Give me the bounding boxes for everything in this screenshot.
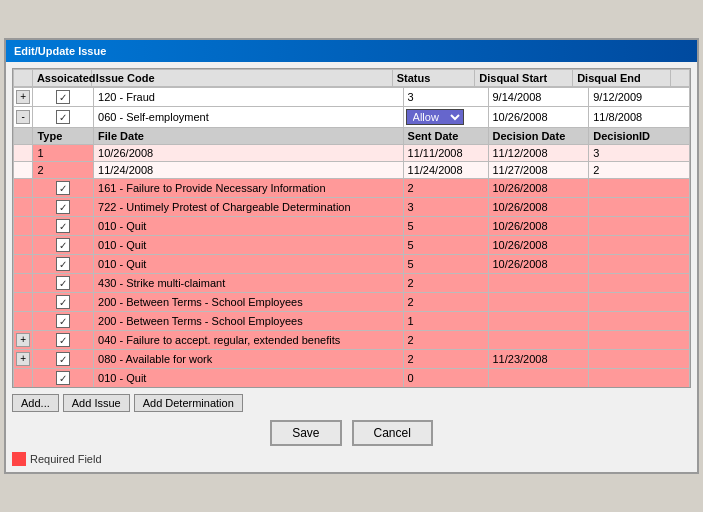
disqual-start-cell [488, 293, 589, 312]
required-field-label: Required Field [30, 453, 102, 465]
cancel-button[interactable]: Cancel [352, 420, 433, 446]
disqual-start-cell: 10/26/2008 [488, 198, 589, 217]
issue-code-cell: 010 - Quit [94, 255, 403, 274]
expand-button[interactable]: + [16, 352, 30, 366]
status-select[interactable]: Allow Deny [406, 109, 464, 125]
sub-decid-cell: 3 [589, 145, 690, 162]
status-cell: 2 [403, 274, 488, 293]
associated-checkbox[interactable] [56, 276, 70, 290]
associated-checkbox[interactable] [56, 314, 70, 328]
table-row: + 080 - Available for work 2 11/23/2008 [14, 350, 690, 369]
status-cell: 1 [403, 312, 488, 331]
disqual-start-cell: 10/26/2008 [488, 107, 589, 128]
issue-code-cell: 430 - Strike multi-claimant [94, 274, 403, 293]
disqual-end-cell: 11/8/2008 [589, 107, 690, 128]
issue-code-cell: 010 - Quit [94, 236, 403, 255]
add-issue-button[interactable]: Add Issue [63, 394, 130, 412]
disqual-end-cell [589, 255, 690, 274]
associated-checkbox[interactable] [56, 238, 70, 252]
main-action-buttons: Save Cancel [12, 420, 691, 446]
save-button[interactable]: Save [270, 420, 341, 446]
sub-decdate-cell: 11/12/2008 [488, 145, 589, 162]
table-row: 010 - Quit 5 10/26/2008 [14, 236, 690, 255]
sub-type-header: Type [33, 128, 94, 145]
expand-button[interactable]: + [16, 333, 30, 347]
disqual-start-cell: 11/23/2008 [488, 350, 589, 369]
associated-header: Assoicated [32, 70, 91, 87]
table-row: 722 - Untimely Protest of Chargeable Det… [14, 198, 690, 217]
status-header: Status [392, 70, 475, 87]
title-bar: Edit/Update Issue [6, 40, 697, 62]
disqual-end-cell [589, 236, 690, 255]
sub-sentdate-cell: 11/11/2008 [403, 145, 488, 162]
required-field-indicator: Required Field [12, 452, 691, 466]
disqual-start-cell: 9/14/2008 [488, 88, 589, 107]
status-cell: 2 [403, 331, 488, 350]
table-row: 010 - Quit 5 10/26/2008 [14, 255, 690, 274]
disqual-start-cell: 10/26/2008 [488, 217, 589, 236]
table-row: + 040 - Failure to accept. regular, exte… [14, 331, 690, 350]
table-row: 430 - Strike multi-claimant 2 [14, 274, 690, 293]
status-cell: 5 [403, 255, 488, 274]
associated-checkbox[interactable] [56, 333, 70, 347]
status-cell: 2 [403, 293, 488, 312]
table-row: 161 - Failure to Provide Necessary Infor… [14, 179, 690, 198]
issue-code-cell: 120 - Fraud [94, 88, 403, 107]
disqual-end-header: Disqual End [573, 70, 671, 87]
sub-decdate-cell: 11/27/2008 [488, 162, 589, 179]
associated-checkbox[interactable] [56, 200, 70, 214]
table-row: + 120 - Fraud 3 9/14/2008 9/12/2009 [14, 88, 690, 107]
table-row: 200 - Between Terms - School Employees 2 [14, 293, 690, 312]
expand-button[interactable]: + [16, 90, 30, 104]
associated-checkbox[interactable] [56, 110, 70, 124]
disqual-start-cell [488, 369, 589, 388]
disqual-start-cell: 10/26/2008 [488, 236, 589, 255]
associated-checkbox[interactable] [56, 295, 70, 309]
add-button[interactable]: Add... [12, 394, 59, 412]
disqual-end-cell [589, 198, 690, 217]
associated-checkbox[interactable] [56, 219, 70, 233]
disqual-start-cell: 10/26/2008 [488, 255, 589, 274]
status-cell: 3 [403, 88, 488, 107]
issue-code-cell: 010 - Quit [94, 369, 403, 388]
status-cell: 0 [403, 369, 488, 388]
issue-code-cell: 200 - Between Terms - School Employees [94, 312, 403, 331]
table-row: 010 - Quit 0 [14, 369, 690, 388]
issue-code-cell: 040 - Failure to accept. regular, extend… [94, 331, 403, 350]
disqual-end-cell [589, 293, 690, 312]
main-header-row: Assoicated Issue Code Status Disqual Sta… [14, 70, 690, 87]
sub-decdate-header: Decision Date [488, 128, 589, 145]
disqual-end-cell [589, 312, 690, 331]
sub-filedate-cell: 10/26/2008 [94, 145, 403, 162]
sub-data-row: 1 10/26/2008 11/11/2008 11/12/2008 3 [14, 145, 690, 162]
add-determination-button[interactable]: Add Determination [134, 394, 243, 412]
status-cell: 3 [403, 198, 488, 217]
associated-checkbox[interactable] [56, 181, 70, 195]
sub-filedate-cell: 11/24/2008 [94, 162, 403, 179]
associated-checkbox[interactable] [56, 352, 70, 366]
associated-checkbox[interactable] [56, 371, 70, 385]
associated-checkbox[interactable] [56, 90, 70, 104]
sub-type-cell: 2 [33, 162, 94, 179]
disqual-end-cell [589, 350, 690, 369]
issue-code-header: Issue Code [91, 70, 392, 87]
disqual-start-cell [488, 331, 589, 350]
scroll-header [671, 70, 690, 87]
main-window: Edit/Update Issue Assoicated I [4, 38, 699, 474]
action-buttons-area: Add... Add Issue Add Determination [12, 394, 691, 412]
status-cell: 2 [403, 179, 488, 198]
associated-checkbox[interactable] [56, 257, 70, 271]
disqual-start-cell: 10/26/2008 [488, 179, 589, 198]
expand-button[interactable]: - [16, 110, 30, 124]
disqual-start-cell [488, 274, 589, 293]
sub-header-row: Type File Date Sent Date Decision Date D… [14, 128, 690, 145]
issue-code-cell: 010 - Quit [94, 217, 403, 236]
table-row: - 060 - Self-employment Allow Deny [14, 107, 690, 128]
status-cell: 5 [403, 217, 488, 236]
issue-code-cell: 200 - Between Terms - School Employees [94, 293, 403, 312]
sub-data-row: 2 11/24/2008 11/24/2008 11/27/2008 2 [14, 162, 690, 179]
status-cell: 5 [403, 236, 488, 255]
sub-sentdate-cell: 11/24/2008 [403, 162, 488, 179]
disqual-start-header: Disqual Start [475, 70, 573, 87]
disqual-start-cell [488, 312, 589, 331]
